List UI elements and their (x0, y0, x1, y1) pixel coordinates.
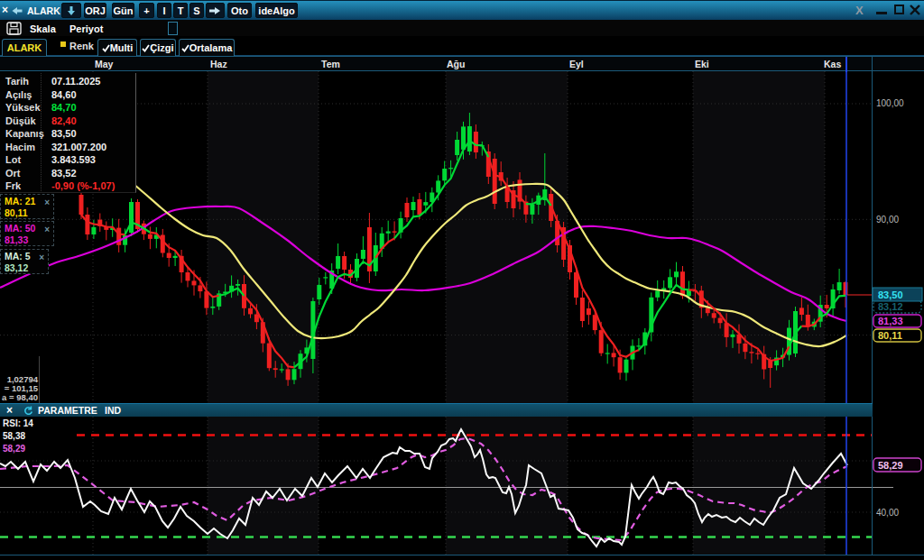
svg-text:81,33: 81,33 (878, 316, 903, 326)
svg-text:90,00: 90,00 (876, 215, 899, 225)
svg-text:58,29: 58,29 (878, 460, 903, 471)
svg-text:83,50: 83,50 (878, 289, 903, 300)
svg-text:80,11: 80,11 (878, 330, 902, 341)
svg-text:40,00: 40,00 (876, 508, 899, 518)
svg-text:83,12: 83,12 (878, 301, 903, 312)
svg-text:100,00: 100,00 (876, 98, 904, 108)
